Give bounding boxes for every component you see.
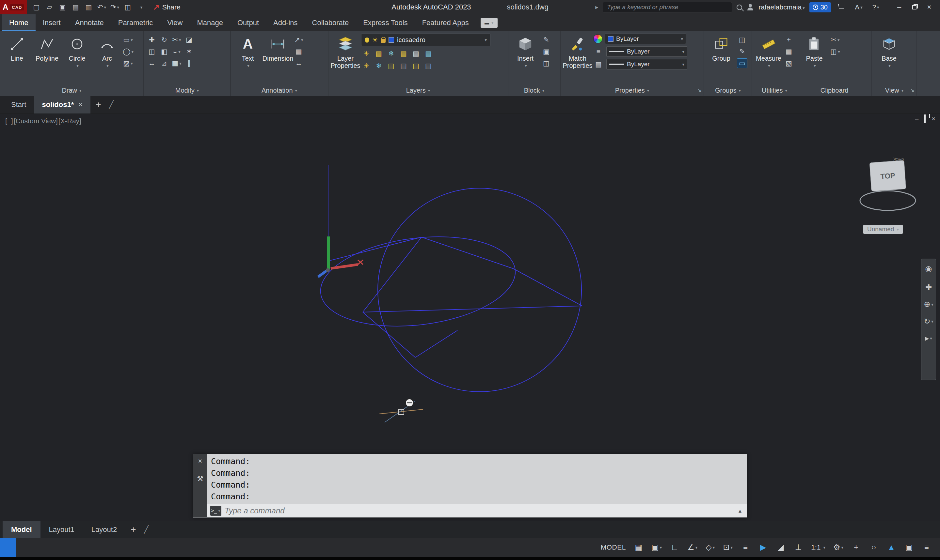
dimension-style-button[interactable]: ↔ <box>293 58 304 68</box>
pan-icon[interactable]: ✚ <box>922 280 935 295</box>
tab-featured-apps[interactable]: Featured Apps <box>415 14 476 31</box>
annotation-scale-dropdown[interactable]: 1:1 <box>811 543 826 551</box>
tab-manage[interactable]: Manage <box>190 14 230 31</box>
customization-gear-icon[interactable]: ⚙ <box>833 541 843 554</box>
command-expand-icon[interactable]: ▴ <box>739 507 744 514</box>
leader-button[interactable]: ↗ <box>293 35 304 45</box>
tab-view[interactable]: View <box>160 14 190 31</box>
group-selection-toggle[interactable]: ▭ <box>737 58 747 68</box>
navigation-wheel-icon[interactable]: ◉ <box>922 261 935 277</box>
ellipse-button[interactable]: ◯ <box>123 47 134 57</box>
layer-freeze-button[interactable]: ❄ <box>386 49 397 58</box>
panel-label-annotation[interactable]: Annotation <box>231 85 328 96</box>
lineweight-toggle-icon[interactable]: ≡ <box>741 541 750 554</box>
layout-tab-layout1[interactable]: Layout1 <box>40 521 83 538</box>
lineweight-list-icon[interactable]: ≡ <box>593 47 604 57</box>
base-button[interactable]: Base <box>875 34 903 85</box>
circle-button[interactable]: Circle <box>63 34 91 85</box>
group-edit-button[interactable]: ✎ <box>737 47 747 57</box>
layer-current-button[interactable]: ▤ <box>411 61 421 71</box>
isodraft-icon[interactable]: ◇ <box>705 541 715 554</box>
layer-prev-button[interactable]: ▤ <box>423 49 434 58</box>
autodesk-account-button[interactable]: A <box>852 1 865 13</box>
move-button[interactable]: ✚ <box>147 35 157 45</box>
copy-button[interactable]: ◫ <box>147 47 157 57</box>
tab-express-tools[interactable]: Express Tools <box>356 14 415 31</box>
close-button[interactable]: × <box>922 0 937 14</box>
insert-block-button[interactable]: Insert <box>511 34 540 85</box>
panel-label-modify[interactable]: Modify <box>144 85 230 96</box>
app-store-cart-button[interactable] <box>835 1 848 13</box>
polar-tracking-icon[interactable]: ∠ <box>687 541 698 554</box>
panel-label-clipboard[interactable]: Clipboard <box>797 85 871 96</box>
properties-dialog-launcher[interactable]: ↘ <box>698 87 702 93</box>
panel-label-view[interactable]: View <box>872 85 917 96</box>
search-history-icon[interactable]: ▸ <box>595 4 598 11</box>
clean-screen-icon[interactable]: ▣ <box>904 541 914 554</box>
command-window[interactable]: × ⚒ Command: Command: Command: Command: … <box>193 454 747 518</box>
mirror-button[interactable]: ◧ <box>159 47 170 57</box>
plot-button[interactable]: ▥ <box>83 1 95 13</box>
model-space-label[interactable]: MODEL <box>601 543 626 551</box>
offset-button[interactable]: ∥ <box>184 58 194 68</box>
restore-button[interactable] <box>907 0 922 14</box>
viewcube[interactable]: TOP BACK Unnamed ▾ <box>857 155 922 244</box>
sheet-set-button[interactable]: ◫ <box>122 1 134 13</box>
panel-label-draw[interactable]: Draw <box>0 85 144 96</box>
status-menu-icon[interactable]: ≡ <box>922 541 932 554</box>
layer-properties-button[interactable]: Layer Properties <box>331 34 360 85</box>
new-file-button[interactable]: ▢ <box>30 1 43 13</box>
snap-mode-icon[interactable]: ▣ <box>651 541 662 554</box>
qat-customize-button[interactable] <box>135 1 147 13</box>
autocad-logo[interactable]: A CAD <box>0 0 27 14</box>
orbit-icon[interactable]: ↻ <box>922 314 935 329</box>
grid-toggle-icon[interactable]: ▦ <box>634 541 644 554</box>
tab-collaborate[interactable]: Collaborate <box>305 14 356 31</box>
save-as-button[interactable]: ▤ <box>69 1 82 13</box>
rotate-button[interactable]: ↻ <box>159 35 170 45</box>
minimize-button[interactable]: – <box>892 0 907 14</box>
drawing-viewport[interactable]: [−] [Custom View] [X-Ray] – × <box>0 114 940 521</box>
file-tab-solidos1[interactable]: solidos1* × <box>34 96 90 114</box>
panel-label-utilities[interactable]: Utilities <box>752 85 796 96</box>
username[interactable]: rafaelabcmaia <box>758 3 804 11</box>
text-button[interactable]: A Text <box>233 34 262 85</box>
search-icon[interactable] <box>736 5 742 10</box>
object-snap-icon[interactable]: ⊡ <box>723 541 733 554</box>
search-input[interactable] <box>603 2 732 12</box>
panel-label-block[interactable]: Block <box>508 85 560 96</box>
redo-button[interactable]: ↷ <box>109 1 121 13</box>
command-input[interactable] <box>225 506 735 515</box>
define-attributes-button[interactable]: ✎ <box>541 35 551 45</box>
command-prompt-icon[interactable]: >_ <box>210 506 221 515</box>
copy-clip-button[interactable]: ◫ <box>830 47 840 57</box>
view-dialog-launcher[interactable]: ↘ <box>910 87 915 93</box>
line-button[interactable]: Line <box>3 34 31 85</box>
cut-button[interactable]: ✂ <box>830 35 840 45</box>
user-avatar-icon[interactable] <box>747 4 754 11</box>
layer-selector-dropdown[interactable]: ☀ icosaedro ▾ <box>361 34 491 46</box>
tab-add-ins[interactable]: Add-ins <box>266 14 305 31</box>
panel-label-groups[interactable]: Groups <box>704 85 752 96</box>
arc-button[interactable]: Arc <box>93 34 122 85</box>
ortho-mode-icon[interactable]: ∟ <box>670 541 679 554</box>
rectangle-button[interactable]: ▭ <box>123 35 133 45</box>
erase-button[interactable]: ◪ <box>184 35 194 45</box>
share-button[interactable]: ↗ Share <box>153 3 181 12</box>
match-properties-button[interactable]: Match Properties <box>563 34 592 85</box>
paste-button[interactable]: Paste <box>800 34 829 85</box>
ungroup-button[interactable]: ◫ <box>737 35 747 45</box>
layout-tab-model[interactable]: Model <box>3 521 40 538</box>
layout-tab-layout2[interactable]: Layout2 <box>83 521 125 538</box>
panel-label-layers[interactable]: Layers <box>329 85 508 96</box>
ribbon-collapse-button[interactable]: ▬ <box>481 18 498 28</box>
linetype-list-icon[interactable]: ▤ <box>593 59 604 69</box>
add-status-icon[interactable]: + <box>851 541 861 554</box>
layer-thaw-all-button[interactable]: ❄ <box>374 61 384 71</box>
showmotion-icon[interactable]: ▸ <box>922 331 935 346</box>
tab-insert[interactable]: Insert <box>36 14 68 31</box>
object-snap-3d-icon[interactable]: ◢ <box>776 541 786 554</box>
isolate-objects-icon[interactable]: ○ <box>869 541 878 554</box>
dimension-button[interactable]: Dimension <box>264 34 292 85</box>
array-button[interactable]: ▦ <box>171 58 182 68</box>
